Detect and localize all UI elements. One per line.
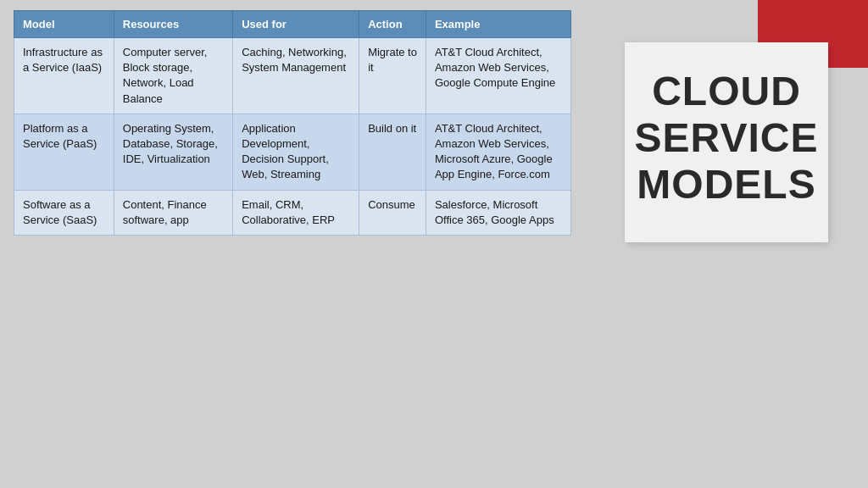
- table-row: Software as a Service (SaaS) Content, Fi…: [14, 190, 571, 235]
- paas-resources: Operating System, Database, Storage, IDE…: [114, 114, 232, 190]
- iaas-example: AT&T Cloud Architect, Amazon Web Service…: [426, 38, 570, 114]
- col-header-action: Action: [359, 11, 426, 38]
- paas-example: AT&T Cloud Architect, Amazon Web Service…: [426, 114, 570, 190]
- table-row: Infrastructure as a Service (IaaS) Compu…: [14, 38, 571, 114]
- iaas-resources: Computer server, Block storage, Network,…: [114, 38, 232, 114]
- col-header-used-for: Used for: [233, 11, 359, 38]
- saas-action: Consume: [359, 190, 426, 235]
- iaas-action: Migrate to it: [359, 38, 426, 114]
- col-header-model: Model: [14, 11, 114, 38]
- paas-used-for: Application Development, Decision Suppor…: [233, 114, 359, 190]
- title-card: CLOUD SERVICE MODELS: [625, 42, 828, 242]
- cloud-services-table: Model Resources Used for Action Example …: [14, 10, 571, 236]
- saas-example: Salesforce, Microsoft Office 365, Google…: [426, 190, 570, 235]
- col-header-example: Example: [426, 11, 570, 38]
- table-row: Platform as a Service (PaaS) Operating S…: [14, 114, 571, 190]
- saas-used-for: Email, CRM, Collaborative, ERP: [233, 190, 359, 235]
- right-panel: CLOUD SERVICE MODELS: [585, 0, 868, 488]
- left-panel: Model Resources Used for Action Example …: [0, 0, 585, 488]
- saas-resources: Content, Finance software, app: [114, 190, 232, 235]
- col-header-resources: Resources: [114, 11, 232, 38]
- cloud-service-models-title: CLOUD SERVICE MODELS: [635, 68, 819, 208]
- iaas-used-for: Caching, Networking, System Management: [233, 38, 359, 114]
- paas-model: Platform as a Service (PaaS): [14, 114, 114, 190]
- saas-model: Software as a Service (SaaS): [14, 190, 114, 235]
- paas-action: Build on it: [359, 114, 426, 190]
- iaas-model: Infrastructure as a Service (IaaS): [14, 38, 114, 114]
